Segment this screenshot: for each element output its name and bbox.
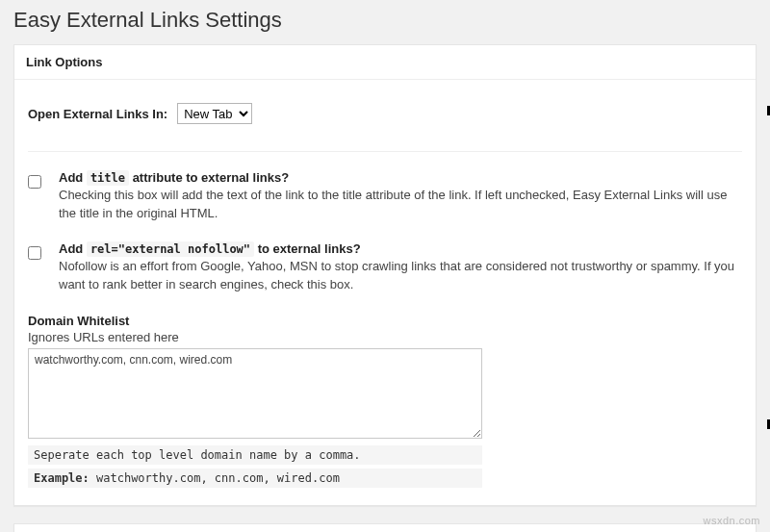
- open-in-select[interactable]: New Tab: [177, 103, 252, 124]
- link-options-header: Link Options: [14, 45, 756, 80]
- whitelist-block: Domain Whitelist Ignores URLs entered he…: [28, 294, 742, 488]
- rel-attr-code: rel="external nofollow": [87, 241, 254, 257]
- open-in-label: Open External Links In:: [28, 107, 167, 121]
- whitelist-help-separate: Seperate each top level domain name by a…: [28, 445, 482, 465]
- watermark: wsxdn.com: [703, 515, 760, 526]
- title-attr-checkbox[interactable]: [28, 175, 41, 189]
- image-options-panel: Image Options If you want to display an …: [13, 523, 757, 532]
- rel-attr-checkbox[interactable]: [28, 246, 41, 260]
- rel-attr-row: Add rel="external nofollow" to external …: [28, 223, 742, 294]
- title-attr-row: Add title attribute to external links? C…: [28, 152, 742, 223]
- link-options-panel: Link Options Open External Links In: New…: [13, 44, 757, 506]
- title-attr-code: title: [87, 170, 129, 186]
- rel-attr-label: Add rel="external nofollow" to external …: [59, 241, 742, 258]
- whitelist-sub: Ignores URLs entered here: [28, 330, 742, 344]
- whitelist-title: Domain Whitelist: [28, 314, 742, 328]
- image-options-header: Image Options: [14, 524, 756, 532]
- rel-attr-desc: Nofollow is an effort from Google, Yahoo…: [59, 258, 742, 294]
- whitelist-help-example: Example: watchworthy.com, cnn.com, wired…: [28, 469, 482, 488]
- whitelist-textarea[interactable]: [28, 348, 482, 439]
- page-title: Easy External Links Settings: [0, 0, 770, 44]
- title-attr-label: Add title attribute to external links?: [59, 169, 742, 187]
- title-attr-desc: Checking this box will add the text of t…: [59, 187, 742, 223]
- open-in-row: Open External Links In: New Tab: [28, 93, 742, 152]
